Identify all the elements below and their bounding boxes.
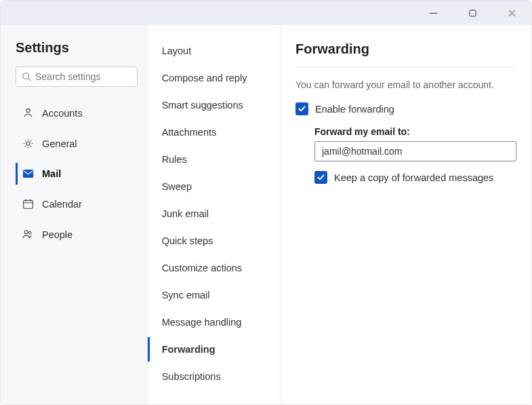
subnav-customize-actions[interactable]: Customize actions — [148, 256, 280, 280]
check-icon — [298, 104, 306, 113]
mail-subnav: Layout Compose and reply Smart suggestio… — [148, 25, 281, 404]
subnav-rules[interactable]: Rules — [148, 147, 280, 172]
nav-label: Calendar — [42, 199, 82, 210]
person-icon — [22, 107, 34, 119]
close-icon — [508, 9, 516, 17]
maximize-icon — [469, 9, 476, 17]
forward-to-input[interactable] — [314, 141, 516, 161]
close-button[interactable] — [500, 3, 523, 22]
gear-icon — [22, 138, 34, 149]
nav-label: Mail — [42, 168, 61, 179]
nav-general[interactable]: General — [16, 132, 138, 155]
subnav-sweep[interactable]: Sweep — [148, 174, 280, 199]
content-panel: Forwarding You can forward your email to… — [281, 25, 531, 404]
keep-copy-row: Keep a copy of forwarded messages — [314, 171, 516, 184]
nav-label: General — [42, 138, 77, 149]
subnav-quick-steps[interactable]: Quick steps — [148, 229, 280, 253]
nav-label: People — [42, 229, 73, 240]
svg-rect-5 — [23, 200, 33, 208]
check-icon — [316, 173, 325, 182]
divider — [295, 66, 516, 67]
subnav-layout[interactable]: Layout — [148, 39, 280, 63]
nav-mail[interactable]: Mail — [16, 163, 138, 185]
settings-nav: Accounts General Mail Calendar — [16, 102, 138, 246]
search-input[interactable] — [35, 71, 131, 82]
svg-point-1 — [23, 73, 29, 79]
title-bar — [1, 1, 531, 25]
keep-copy-label: Keep a copy of forwarded messages — [334, 172, 493, 183]
nav-label: Accounts — [42, 108, 83, 119]
maximize-button[interactable] — [461, 3, 484, 22]
svg-point-2 — [26, 109, 29, 112]
svg-rect-0 — [470, 10, 476, 16]
nav-calendar[interactable]: Calendar — [16, 193, 138, 215]
calendar-icon — [22, 198, 34, 210]
minimize-button[interactable] — [422, 3, 445, 22]
keep-copy-checkbox[interactable] — [314, 171, 327, 184]
svg-point-6 — [24, 231, 28, 234]
svg-point-3 — [26, 142, 29, 145]
subnav-junk-email[interactable]: Junk email — [148, 201, 280, 226]
main-layout: Settings Accounts General — [1, 25, 531, 404]
mail-icon — [22, 169, 34, 178]
subnav-compose[interactable]: Compose and reply — [148, 66, 280, 90]
settings-sidebar: Settings Accounts General — [1, 25, 148, 404]
subnav-message-handling[interactable]: Message handling — [148, 310, 280, 334]
subnav-smart-suggestions[interactable]: Smart suggestions — [148, 93, 280, 117]
subnav-forwarding[interactable]: Forwarding — [148, 337, 280, 362]
enable-forwarding-row: Enable forwarding — [295, 102, 516, 115]
settings-title: Settings — [16, 40, 138, 56]
forward-to-label: Forward my email to: — [314, 126, 516, 137]
nav-people[interactable]: People — [16, 223, 138, 246]
page-title: Forwarding — [295, 41, 516, 57]
subnav-sync-email[interactable]: Sync email — [148, 283, 280, 307]
search-icon — [22, 72, 31, 81]
svg-rect-4 — [22, 170, 33, 178]
forwarding-options: Forward my email to: Keep a copy of forw… — [314, 126, 516, 184]
svg-point-7 — [28, 231, 31, 234]
enable-forwarding-label: Enable forwarding — [315, 104, 394, 115]
subnav-attachments[interactable]: Attachments — [148, 120, 280, 144]
subnav-subscriptions[interactable]: Subscriptions — [148, 364, 280, 389]
nav-accounts[interactable]: Accounts — [16, 102, 138, 124]
minimize-icon — [430, 9, 437, 17]
forwarding-description: You can forward your email to another ac… — [295, 79, 516, 90]
people-icon — [22, 229, 34, 240]
search-settings[interactable] — [16, 66, 138, 87]
enable-forwarding-checkbox[interactable] — [295, 102, 308, 115]
